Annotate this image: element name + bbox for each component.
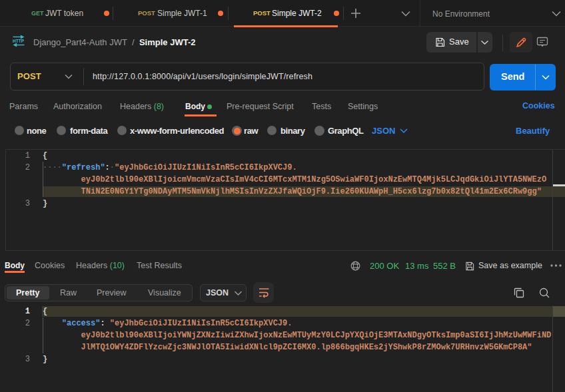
svg-text:HTTP: HTTP (13, 38, 25, 44)
